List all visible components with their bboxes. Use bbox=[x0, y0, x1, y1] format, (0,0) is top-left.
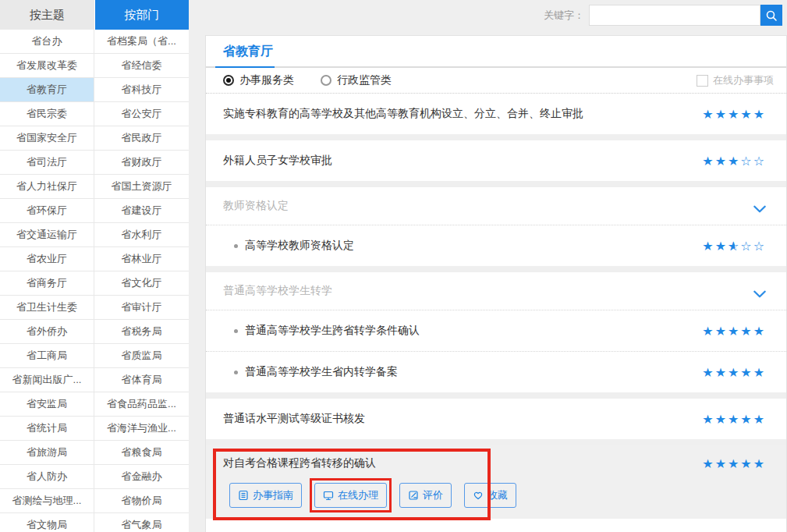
main-panel: 省教育厅 办事服务类行政监管类 在线办事事项 实施专科教育的高等学校及其他高等教… bbox=[205, 35, 787, 532]
list-gap bbox=[206, 266, 786, 272]
service-sub-item[interactable]: 高等学校教师资格认定★★☆★☆☆ bbox=[206, 225, 786, 266]
action-button-办事指南[interactable]: 办事指南 bbox=[229, 483, 302, 508]
star-rating: ★★★★★ bbox=[702, 412, 766, 427]
sidebar-item[interactable]: 省统计局 bbox=[0, 417, 94, 441]
panel-header: 省教育厅 bbox=[206, 36, 786, 68]
sidebar-item[interactable]: 省农业厅 bbox=[0, 247, 94, 271]
sidebar-item[interactable]: 省粮食局 bbox=[94, 441, 189, 465]
sidebar-item[interactable]: 省国土资源厅 bbox=[94, 175, 189, 199]
action-button-收藏[interactable]: 收藏 bbox=[464, 483, 516, 508]
bullet-icon bbox=[234, 329, 238, 333]
sidebar-item[interactable]: 省民宗委 bbox=[0, 102, 94, 126]
sidebar-item[interactable]: 省税务局 bbox=[94, 320, 189, 344]
star-rating: ★★★☆☆ bbox=[702, 154, 766, 168]
action-label: 评价 bbox=[423, 488, 443, 502]
sidebar-item[interactable]: 省文物局 bbox=[0, 513, 94, 532]
sidebar-item[interactable]: 省教育厅 bbox=[0, 78, 94, 102]
sidebar-item[interactable]: 省海洋与渔业... bbox=[94, 417, 189, 441]
sidebar-item[interactable]: 省文化厅 bbox=[94, 271, 189, 296]
sidebar-item[interactable]: 省测绘与地理... bbox=[0, 489, 94, 513]
service-title: 普通高等学校学生跨省转学条件确认 bbox=[245, 324, 702, 338]
sidebar-item[interactable]: 省民政厅 bbox=[94, 126, 189, 151]
radio-icon[interactable] bbox=[223, 75, 234, 86]
sidebar-item[interactable]: 省档案局（省... bbox=[94, 30, 189, 54]
sidebar-item[interactable]: 省国家安全厅 bbox=[0, 126, 94, 151]
sidebar-item[interactable]: 省新闻出版广... bbox=[0, 368, 94, 392]
sidebar-item[interactable]: 省交通运输厅 bbox=[0, 223, 94, 247]
service-sub-item[interactable]: 普通高等学校学生跨省转学条件确认★★★★★ bbox=[206, 310, 786, 351]
service-item-row[interactable]: 普通话水平测试等级证书核发★★★★★ bbox=[206, 399, 786, 439]
radio-行政监管类[interactable]: 行政监管类 bbox=[321, 73, 392, 87]
tab-by-theme[interactable]: 按主题 bbox=[0, 0, 94, 30]
sidebar-item[interactable]: 省林业厅 bbox=[94, 247, 189, 271]
service-item-row[interactable]: 外籍人员子女学校审批★★★☆☆ bbox=[206, 140, 786, 181]
radio-办事服务类[interactable]: 办事服务类 bbox=[223, 73, 294, 87]
sidebar-item[interactable]: 省旅游局 bbox=[0, 441, 94, 465]
service-title: 高等学校教师资格认定 bbox=[245, 239, 702, 253]
sidebar-item[interactable]: 省商务厅 bbox=[0, 271, 94, 296]
service-group: 教师资格认定高等学校教师资格认定★★☆★☆☆ bbox=[206, 187, 786, 266]
bullet-icon bbox=[234, 244, 238, 248]
service-item-row[interactable]: 对自考合格课程跨省转移的确认★★★★★ bbox=[206, 445, 786, 481]
sidebar-item[interactable]: 省卫生计生委 bbox=[0, 296, 94, 320]
sidebar-item[interactable]: 省审计厅 bbox=[94, 296, 189, 320]
sidebar-item[interactable]: 省台办 bbox=[0, 30, 94, 54]
star-rating: ★★★★★ bbox=[702, 324, 766, 339]
guide-icon bbox=[238, 490, 249, 501]
group-header[interactable]: 普通高等学校学生转学 bbox=[206, 272, 786, 310]
group-header[interactable]: 教师资格认定 bbox=[206, 187, 786, 225]
tab-by-department[interactable]: 按部门 bbox=[95, 0, 190, 30]
radio-icon[interactable] bbox=[321, 75, 331, 86]
chevron-down-icon[interactable] bbox=[753, 202, 766, 210]
search-button[interactable] bbox=[760, 5, 782, 26]
service-title: 普通话水平测试等级证书核发 bbox=[223, 412, 702, 426]
star-rating: ★★★★★ bbox=[702, 107, 766, 122]
magnifier-icon bbox=[765, 9, 778, 22]
sidebar-item[interactable]: 省公安厅 bbox=[94, 102, 189, 126]
sidebar-item[interactable]: 省司法厅 bbox=[0, 151, 94, 175]
sidebar-item[interactable]: 省财政厅 bbox=[94, 151, 189, 175]
sidebar-item[interactable]: 省发展改革委 bbox=[0, 54, 94, 78]
sidebar-item[interactable]: 省气象局 bbox=[94, 513, 189, 532]
heart-icon bbox=[473, 490, 484, 501]
sidebar-item[interactable]: 省物价局 bbox=[94, 489, 189, 513]
sidebar-item[interactable]: 省水利厅 bbox=[94, 223, 189, 247]
search-input[interactable] bbox=[589, 5, 760, 26]
sidebar-item[interactable]: 省人力社保厅 bbox=[0, 175, 94, 199]
bullet-icon bbox=[234, 371, 238, 374]
service-title: 对自考合格课程跨省转移的确认 bbox=[223, 456, 702, 470]
evaluate-icon bbox=[408, 490, 419, 501]
service-item-row[interactable]: 实施专科教育的高等学校及其他高等教育机构设立、分立、合并、终止审批★★★★★ bbox=[206, 94, 786, 134]
action-button-在线办理[interactable]: 在线办理 bbox=[314, 483, 387, 508]
checkbox-icon[interactable] bbox=[697, 75, 708, 87]
service-list: 实施专科教育的高等学校及其他高等教育机构设立、分立、合并、终止审批★★★★★外籍… bbox=[206, 94, 786, 519]
action-label: 在线办理 bbox=[338, 488, 378, 502]
service-sub-item[interactable]: 普通高等学校学生省内转学备案★★★★★ bbox=[206, 351, 786, 392]
action-wrapper: 评价 bbox=[399, 483, 452, 508]
list-gap bbox=[206, 134, 786, 140]
online-items-checkbox[interactable]: 在线办事事项 bbox=[697, 73, 774, 87]
sidebar-item[interactable]: 省金融办 bbox=[94, 465, 189, 489]
checkbox-label: 在线办事事项 bbox=[713, 73, 774, 87]
action-button-评价[interactable]: 评价 bbox=[399, 483, 452, 508]
group-title: 普通高等学校学生转学 bbox=[223, 284, 753, 298]
sidebar-item[interactable]: 省外侨办 bbox=[0, 320, 94, 344]
chevron-down-icon[interactable] bbox=[753, 287, 766, 295]
radio-label: 办事服务类 bbox=[239, 73, 294, 87]
sidebar-item[interactable]: 省经信委 bbox=[94, 54, 189, 78]
sidebar-item[interactable]: 省科技厅 bbox=[94, 78, 189, 102]
title-accent-bar bbox=[215, 66, 275, 68]
sidebar-item[interactable]: 省食品药品监... bbox=[94, 392, 189, 417]
sidebar-item[interactable]: 省建设厅 bbox=[94, 199, 189, 223]
service-title: 实施专科教育的高等学校及其他高等教育机构设立、分立、合并、终止审批 bbox=[223, 107, 702, 121]
sidebar-item[interactable]: 省工商局 bbox=[0, 344, 94, 368]
sidebar-item[interactable]: 省质监局 bbox=[94, 344, 189, 368]
sidebar-item[interactable]: 省人防办 bbox=[0, 465, 94, 489]
filter-row: 办事服务类行政监管类 在线办事事项 bbox=[206, 68, 786, 94]
sidebar-item[interactable]: 省安监局 bbox=[0, 392, 94, 417]
group-title: 教师资格认定 bbox=[223, 199, 753, 213]
sidebar-item[interactable]: 省环保厅 bbox=[0, 199, 94, 223]
sidebar-item[interactable]: 省体育局 bbox=[94, 368, 189, 392]
department-grid: 省台办省档案局（省...省发展改革委省经信委省教育厅省科技厅省民宗委省公安厅省国… bbox=[0, 30, 189, 532]
radio-group: 办事服务类行政监管类 bbox=[223, 73, 418, 87]
